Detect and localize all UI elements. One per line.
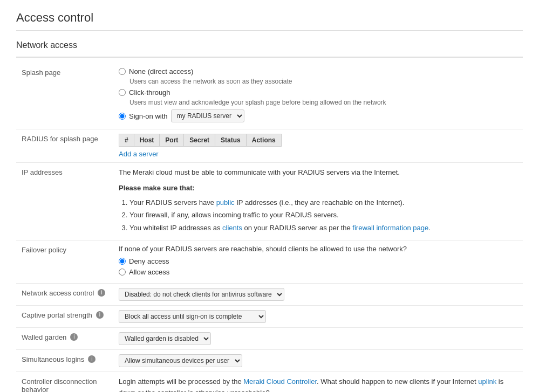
ip-addresses-content: The Meraki cloud must be able to communi… — [113, 163, 523, 240]
col-port: Port — [160, 134, 184, 147]
page-title: Access control — [16, 11, 523, 31]
splash-subtext-none: Users can access the network as soon as … — [129, 78, 517, 85]
ip-addresses-label: IP addresses — [16, 163, 113, 240]
failover-deny-option: Deny access — [119, 257, 517, 265]
simultaneous-logins-label: Simultaneous logins — [22, 355, 84, 363]
simultaneous-logins-dropdown[interactable]: Allow simultaneous devices per user One … — [119, 354, 242, 367]
nac-content: Disabled: do not check clients for antiv… — [113, 283, 523, 305]
failover-radio-deny[interactable] — [119, 258, 126, 265]
splash-label-clickthrough: Click-through — [129, 88, 170, 97]
nac-dropdown[interactable]: Disabled: do not check clients for antiv… — [119, 288, 284, 301]
splash-page-label: Splash page — [16, 63, 113, 129]
ip-list: Your RADIUS servers have public IP addre… — [129, 197, 517, 234]
col-host: Host — [134, 134, 160, 147]
splash-radio-signon[interactable] — [119, 113, 126, 120]
radius-splash-content: # Host Port Secret Status Actions Add a … — [113, 129, 523, 163]
splash-label-none: None (direct access) — [129, 67, 193, 75]
splash-radio-none[interactable] — [119, 68, 126, 75]
ip-list-item-1: Your RADIUS servers have public IP addre… — [129, 197, 517, 209]
section-divider — [16, 57, 523, 58]
splash-option-none: None (direct access) — [119, 67, 517, 75]
please-make-sure: Please make sure that: — [119, 184, 195, 192]
network-access-section-title: Network access — [16, 40, 523, 50]
ip-list-item-3: You whitelist IP addresses as clients on… — [129, 223, 517, 234]
public-link: public — [216, 198, 235, 207]
failover-allow-option: Allow access — [119, 268, 517, 276]
splash-option-signon: Sign-on with my RADIUS server Active Dir… — [119, 109, 517, 122]
signon-dropdown[interactable]: my RADIUS server Active Directory LDAP — [171, 109, 244, 122]
splash-page-row: Splash page None (direct access) Users c… — [16, 63, 523, 129]
nac-label-cell: Network access control i — [16, 283, 113, 305]
col-status: Status — [215, 134, 247, 147]
controller-intro: Login attempts will be processed by the … — [119, 376, 517, 392]
walled-garden-dropdown[interactable]: Walled garden is disabled Walled garden … — [119, 332, 211, 345]
failover-policy-row: Failover policy If none of your RADIUS s… — [16, 240, 523, 283]
walled-garden-row: Walled garden i Walled garden is disable… — [16, 327, 523, 349]
ip-list-item-2: Your firewall, if any, allows incoming t… — [129, 210, 517, 221]
ip-addresses-row: IP addresses The Meraki cloud must be ab… — [16, 163, 523, 240]
walled-garden-label-group: Walled garden i — [22, 333, 108, 341]
splash-label-signon: Sign-on with — [129, 112, 168, 120]
radius-splash-row: RADIUS for splash page # Host Port Secre… — [16, 129, 523, 163]
simultaneous-logins-label-cell: Simultaneous logins i — [16, 349, 113, 372]
failover-radio-allow[interactable] — [119, 269, 126, 276]
col-actions: Actions — [246, 134, 281, 147]
form-table: Splash page None (direct access) Users c… — [16, 63, 523, 392]
walled-garden-content: Walled garden is disabled Walled garden … — [113, 327, 523, 349]
captive-portal-row: Captive portal strength i Block all acce… — [16, 305, 523, 327]
col-secret: Secret — [184, 134, 215, 147]
add-server-link[interactable]: Add a server — [119, 150, 159, 158]
ip-intro-text: The Meraki cloud must be able to communi… — [119, 167, 517, 178]
controller-disconnection-label: Controller disconnection behavior — [16, 372, 113, 392]
captive-portal-content: Block all access until sign-on is comple… — [113, 305, 523, 327]
simultaneous-logins-label-group: Simultaneous logins i — [22, 355, 108, 363]
splash-radio-clickthrough[interactable] — [119, 89, 126, 96]
radius-splash-label: RADIUS for splash page — [16, 129, 113, 163]
nac-info-icon[interactable]: i — [98, 289, 105, 297]
nac-label-group: Network access control i — [22, 289, 108, 297]
uplink-link: uplink — [478, 377, 496, 386]
col-hash: # — [119, 134, 134, 147]
radius-table: # Host Port Secret Status Actions — [119, 134, 282, 147]
failover-policy-label: Failover policy — [16, 240, 113, 283]
radius-table-head: # Host Port Secret Status Actions — [119, 134, 282, 147]
failover-options: Deny access Allow access — [119, 257, 517, 276]
captive-portal-info-icon[interactable]: i — [96, 311, 104, 319]
failover-label-deny: Deny access — [129, 257, 169, 265]
simultaneous-logins-row: Simultaneous logins i Allow simultaneous… — [16, 349, 523, 372]
simultaneous-logins-info-icon[interactable]: i — [88, 355, 95, 363]
firewall-info-link[interactable]: firewall information page — [352, 224, 428, 232]
controller-disconnection-row: Controller disconnection behavior Login … — [16, 372, 523, 392]
splash-page-options: None (direct access) Users can access th… — [113, 63, 523, 129]
simultaneous-logins-content: Allow simultaneous devices per user One … — [113, 349, 523, 372]
walled-garden-info-icon[interactable]: i — [70, 333, 78, 341]
controller-disconnection-content: Login attempts will be processed by the … — [113, 372, 523, 392]
nac-label: Network access control — [22, 289, 94, 297]
failover-policy-content: If none of your RADIUS servers are reach… — [113, 240, 523, 283]
captive-portal-label-group: Captive portal strength i — [22, 311, 108, 319]
captive-portal-label: Captive portal strength — [22, 311, 92, 319]
walled-garden-label: Walled garden — [22, 333, 66, 341]
failover-label-allow: Allow access — [129, 268, 169, 276]
splash-option-clickthrough: Click-through — [119, 88, 517, 97]
clients-link: clients — [222, 224, 242, 232]
radius-table-header-row: # Host Port Secret Status Actions — [119, 134, 282, 147]
captive-portal-dropdown[interactable]: Block all access until sign-on is comple… — [119, 310, 266, 323]
failover-intro: If none of your RADIUS servers are reach… — [119, 245, 517, 253]
meraki-cloud-link: Meraki Cloud Controller — [243, 377, 317, 386]
captive-portal-label-cell: Captive portal strength i — [16, 305, 113, 327]
network-access-control-row: Network access control i Disabled: do no… — [16, 283, 523, 305]
walled-garden-label-cell: Walled garden i — [16, 327, 113, 349]
splash-subtext-clickthrough: Users must view and acknowledge your spl… — [129, 99, 517, 106]
